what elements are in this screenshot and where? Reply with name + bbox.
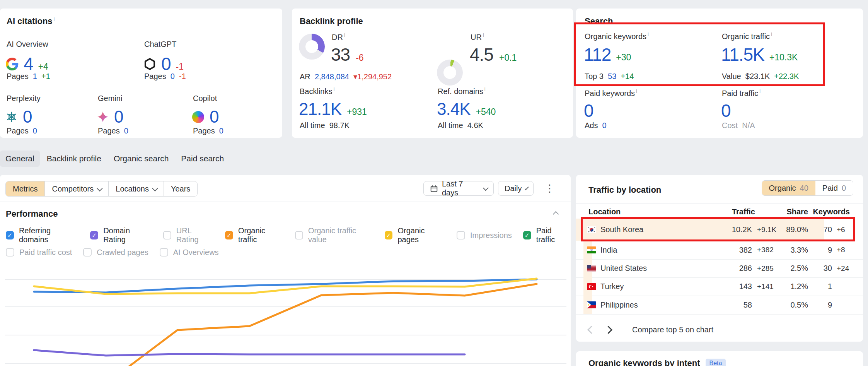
copilot-pages: Pages 0 [193,127,223,135]
keywords-by-intent-card: Organic keywords by intent Beta [576,351,863,366]
tab-general[interactable]: General [0,151,40,167]
info-icon[interactable]: i [333,86,334,92]
info-icon[interactable]: i [636,88,637,94]
seo-dashboard: AI citationsi AI Overview 4 +4 Pages 1 +… [0,0,868,366]
country-name[interactable]: Turkey [600,282,624,291]
col-share[interactable]: Share [766,207,808,216]
info-icon[interactable]: i [759,88,761,94]
metric-checkbox-domain-rating[interactable]: ✓Domain Rating [90,226,152,244]
checkbox-label: Crawled pages [97,248,148,257]
years-button[interactable]: Years [164,181,197,196]
metrics-button[interactable]: Metrics [6,181,45,196]
date-range-dropdown[interactable]: Last 7 days [423,181,494,196]
checked-checkbox-icon[interactable]: ✓ [6,231,14,239]
unchecked-checkbox-icon[interactable] [83,248,92,257]
toggle-paid[interactable]: Paid0 [815,181,853,195]
paid-traffic-value[interactable]: 0 [721,102,731,120]
competitors-dropdown[interactable]: Competitors [45,181,109,196]
metric-checkbox-organic-pages[interactable]: ✓Organic pages [385,226,445,244]
tab-paid-search[interactable]: Paid search [176,151,229,167]
chatgpt-value[interactable]: 0 [161,55,171,73]
ref-domains-alltime: All time 4.6K [438,121,483,130]
info-icon[interactable]: i [344,32,345,38]
metric-checkbox-paid-traffic-cost[interactable]: Paid traffic cost [6,248,72,257]
keywords-value[interactable]: 70 [809,225,832,234]
checked-checkbox-icon[interactable]: ✓ [225,231,233,239]
locations-dropdown[interactable]: Locations [109,181,164,196]
country-name[interactable]: India [600,246,617,255]
unchecked-checkbox-icon[interactable] [6,248,14,257]
paid-keywords-value[interactable]: 0 [584,102,593,120]
checked-checkbox-icon[interactable]: ✓ [523,231,531,239]
ref-domains-label: Ref. domainsi [438,86,486,96]
tab-organic-search[interactable]: Organic search [108,151,174,167]
metric-checkbox-organic-traffic[interactable]: ✓Organic traffic [225,226,284,244]
prev-page-icon[interactable] [587,326,595,334]
perplexity-value[interactable]: 0 [23,108,32,125]
compare-top5-link[interactable]: Compare top 5 on chart [632,325,713,334]
metric-checkbox-row-1: ✓Referring domains✓Domain RatingURL Rati… [6,230,571,240]
col-keywords[interactable]: Keywords [803,207,850,216]
table-row-south-korea[interactable]: South Korea 10.2K +9.1K 89.0% 70 +6 [576,219,863,241]
checked-checkbox-icon[interactable]: ✓ [385,231,393,239]
table-row-united-states[interactable]: United States 286 +285 2.5% 30 +24 [576,259,863,278]
checked-checkbox-icon[interactable]: ✓ [90,231,98,239]
ai-overview-pages: Pages 1 +1 [7,72,50,81]
backlinks-value[interactable]: 21.1K [299,101,341,118]
unchecked-checkbox-icon[interactable] [295,231,303,239]
kebab-menu-icon[interactable]: ⋮ [544,183,555,194]
info-icon[interactable]: i [54,16,55,22]
ai-overview-label: AI Overview [7,40,48,49]
keywords-value[interactable]: 1 [809,282,832,291]
checkbox-label: Paid traffic [536,226,571,244]
organic-keywords-value[interactable]: 112 [584,46,611,63]
metric-checkbox-organic-traffic-value[interactable]: Organic traffic value [295,226,373,244]
flag-turkey [587,283,596,290]
col-traffic[interactable]: Traffic [709,207,755,216]
toggle-organic[interactable]: Organic40 [762,181,815,195]
gemini-value[interactable]: 0 [114,108,123,125]
col-location[interactable]: Location [588,207,621,216]
table-row-philippines[interactable]: Philippines 58 0.5% 9 [576,296,863,315]
table-row-india[interactable]: India 382 +382 3.3% 9 +8 [576,241,863,260]
ai-citations-card: AI citationsi AI Overview 4 +4 Pages 1 +… [0,9,282,138]
share-value: 3.3% [769,246,808,255]
info-icon[interactable]: i [484,86,486,92]
metric-checkbox-impressions[interactable]: Impressions [457,231,512,240]
dr-delta: -6 [356,53,363,63]
info-icon[interactable]: i [648,31,649,37]
unchecked-checkbox-icon[interactable] [457,231,465,239]
dr-label: DRi [332,32,345,42]
tab-backlink-profile[interactable]: Backlink profile [41,151,107,167]
country-name[interactable]: South Korea [600,225,643,234]
country-name[interactable]: Philippines [600,301,638,310]
metric-checkbox-url-rating[interactable]: URL Rating [163,226,214,244]
metric-checkbox-crawled-pages[interactable]: Crawled pages [83,248,148,257]
metric-checkbox-paid-traffic[interactable]: ✓Paid traffic [523,226,571,244]
unchecked-checkbox-icon[interactable] [160,248,168,257]
collapse-chevron-icon[interactable] [553,211,559,217]
perplexity-icon [6,111,17,123]
info-icon[interactable]: i [771,31,772,37]
performance-line-chart[interactable] [5,263,566,366]
checkbox-label: URL Rating [176,226,214,244]
keywords-value[interactable]: 30 [809,264,832,273]
metric-checkbox-referring-domains[interactable]: ✓Referring domains [6,226,79,244]
unchecked-checkbox-icon[interactable] [163,231,171,239]
info-icon[interactable]: i [483,32,484,38]
country-name[interactable]: United States [600,264,647,273]
copilot-value[interactable]: 0 [210,108,218,125]
ai-overview-value[interactable]: 4 [24,55,33,73]
organic-traffic-value[interactable]: 11.5K [721,46,764,63]
table-row-turkey[interactable]: Turkey 143 +141 1.2% 1 [576,277,863,296]
ai-overview-delta: +4 [38,62,48,72]
keywords-value[interactable]: 9 [809,301,832,310]
granularity-dropdown[interactable]: Daily [498,181,534,196]
ref-domains-value[interactable]: 3.4K [437,101,471,118]
traffic-by-location-title: Traffic by location [588,185,661,195]
search-card: Search Organic keywordsi 112 +30 Top 3 5… [576,9,863,138]
metric-checkbox-ai-overviews[interactable]: AI Overviews [160,248,219,257]
keywords-value[interactable]: 9 [809,246,832,255]
next-page-icon[interactable] [604,326,612,334]
flag-philippines [587,301,596,308]
